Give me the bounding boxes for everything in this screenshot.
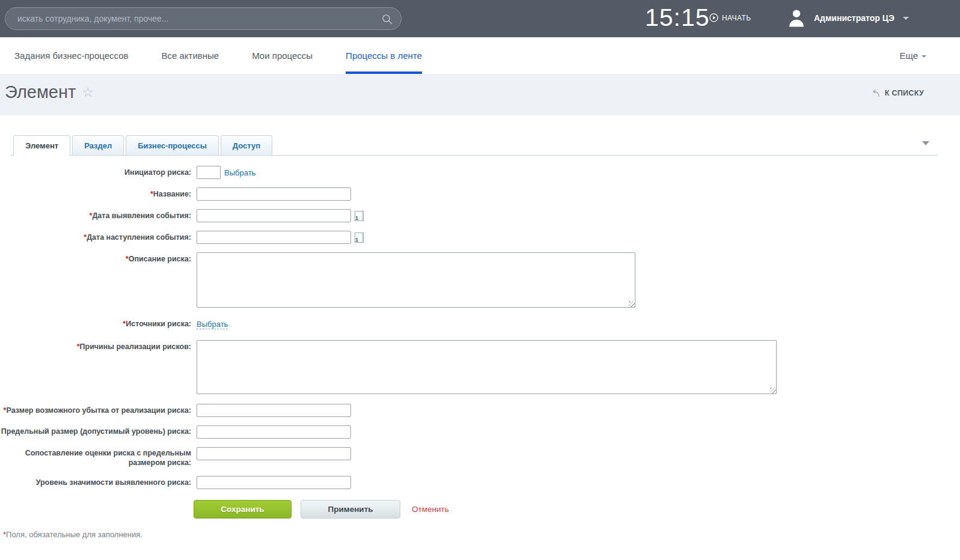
page-title: Элемент: [5, 82, 76, 102]
nav-more-label: Еще: [899, 50, 918, 61]
user-menu[interactable]: Администратор ЦЭ: [787, 8, 909, 28]
risk-reasons-textarea[interactable]: [197, 340, 777, 394]
form-tabs: Элемент Раздел Бизнес-процессы Доступ: [10, 135, 938, 156]
field-label: Сопоставление оценки риска с предельным …: [0, 447, 191, 467]
field-label: Уровень значимости выявленного риска:: [0, 476, 191, 487]
choose-initiator-link[interactable]: Выбрать: [224, 166, 255, 177]
required-fields-note: *Поля, обязательные для заполнения.: [0, 530, 960, 539]
nav-more-button[interactable]: Еще: [899, 37, 926, 74]
start-label: НАЧАТЬ: [722, 14, 751, 22]
calendar-icon[interactable]: 1: [355, 233, 364, 243]
possible-loss-input[interactable]: [197, 404, 351, 417]
favorite-star-icon[interactable]: ☆: [82, 86, 94, 99]
start-workday-button[interactable]: НАЧАТЬ: [709, 13, 751, 22]
back-to-list-link[interactable]: К СПИСКУ: [871, 89, 924, 97]
user-caret-down-icon: [903, 17, 909, 20]
tab-business-processes[interactable]: Бизнес-процессы: [126, 135, 219, 155]
choose-sources-link[interactable]: Выбрать: [197, 317, 228, 329]
global-search: [5, 7, 402, 30]
risk-description-textarea[interactable]: [197, 252, 635, 308]
form-row-name: *Название:: [0, 187, 960, 201]
form-row-reasons: *Причины реализации рисков:: [0, 340, 960, 394]
field-label: *Название:: [0, 187, 191, 199]
save-button[interactable]: Сохранить: [194, 500, 292, 519]
calendar-icon[interactable]: 1: [355, 211, 364, 221]
field-label: *Размер возможного убытка от реализации …: [0, 404, 191, 415]
title-strip: Элемент ☆ К СПИСКУ: [0, 74, 960, 115]
form-row-date-occurred: *Дата наступления события: 1: [0, 231, 960, 244]
page: 15:15 НАЧАТЬ Администратор ЦЭ Задания би…: [0, 0, 960, 560]
tab-element[interactable]: Элемент: [13, 135, 70, 156]
form-row-comparison: Сопоставление оценки риска с предельным …: [0, 447, 960, 467]
nav-item-my-processes[interactable]: Мои процессы: [252, 37, 313, 74]
nav-item-processes-feed[interactable]: Процессы в ленте: [346, 37, 422, 74]
limit-size-input[interactable]: [197, 425, 351, 439]
form-row-limit-size: Предельный размер (допустимый уровень) р…: [0, 425, 960, 439]
field-label: *Дата наступления события:: [0, 231, 191, 242]
search-input[interactable]: [5, 8, 401, 29]
user-avatar-icon: [787, 8, 806, 28]
form-row-sources: *Источники риска: Выбрать: [0, 317, 960, 329]
field-label: Предельный размер (допустимый уровень) р…: [0, 425, 191, 436]
back-arrow-icon: [871, 90, 880, 97]
top-bar: 15:15 НАЧАТЬ Администратор ЦЭ: [0, 0, 960, 37]
form-row-description: *Описание риска:: [0, 252, 960, 308]
cancel-link[interactable]: Отменить: [412, 505, 449, 514]
nav-item-bp-tasks[interactable]: Задания бизнес-процессов: [14, 37, 128, 74]
field-label: *Описание риска:: [0, 252, 191, 264]
user-name: Администратор ЦЭ: [814, 13, 894, 23]
element-form: Инициатор риска: Выбрать *Название: *Дат…: [0, 166, 960, 539]
name-input[interactable]: [197, 187, 351, 201]
risk-initiator-input[interactable]: [197, 166, 221, 179]
date-detected-input[interactable]: [197, 209, 351, 222]
work-clock[interactable]: 15:15: [645, 4, 710, 32]
date-occurred-input[interactable]: [197, 231, 351, 244]
form-settings-caret-down-icon[interactable]: [922, 141, 929, 145]
field-label: Инициатор риска:: [0, 166, 191, 177]
play-icon: [709, 13, 718, 22]
search-icon[interactable]: [381, 13, 393, 25]
tab-access[interactable]: Доступ: [221, 135, 272, 155]
main-nav: Задания бизнес-процессов Все активные Мо…: [0, 37, 960, 74]
nav-item-all-active[interactable]: Все активные: [161, 37, 219, 74]
form-row-significance: Уровень значимости выявленного риска:: [0, 476, 960, 489]
significance-level-input[interactable]: [197, 476, 351, 489]
form-actions: Сохранить Применить Отменить: [0, 500, 960, 519]
form-row-date-detected: *Дата выявления события: 1: [0, 209, 960, 222]
form-row-loss-size: *Размер возможного убытка от реализации …: [0, 404, 960, 417]
field-label: *Источники риска:: [0, 317, 191, 329]
form-row-initiator: Инициатор риска: Выбрать: [0, 166, 960, 179]
field-label: *Причины реализации рисков:: [0, 340, 191, 352]
field-label: *Дата выявления события:: [0, 209, 191, 221]
comparison-input[interactable]: [197, 447, 351, 460]
tab-section[interactable]: Раздел: [72, 135, 124, 155]
nav-more-caret-down-icon: [922, 55, 926, 58]
apply-button[interactable]: Применить: [301, 500, 400, 519]
